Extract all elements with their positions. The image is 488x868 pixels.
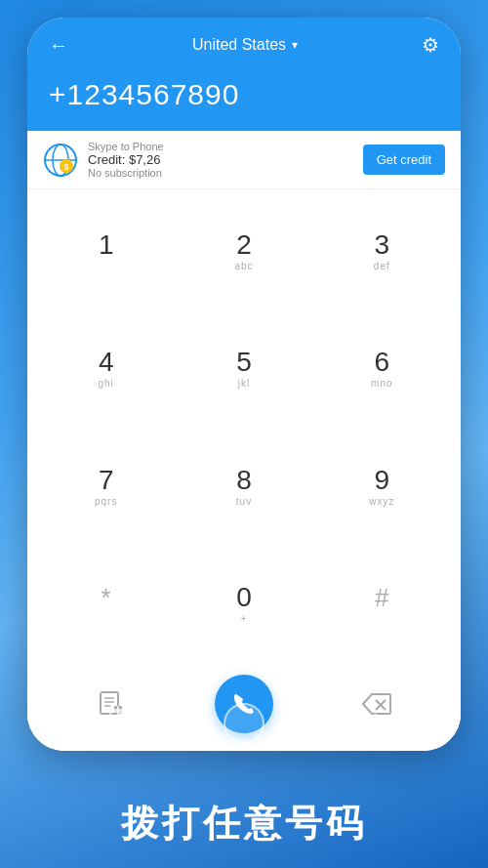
dial-key-sub: wxyz — [369, 496, 394, 509]
settings-icon[interactable]: ⚙ — [422, 33, 439, 57]
dial-key-sub: pqrs — [95, 496, 117, 509]
dial-key-sub: jkl — [238, 378, 250, 391]
dial-key-sub: ghi — [98, 378, 113, 391]
dial-key-main: 8 — [236, 466, 252, 496]
dial-key-hash[interactable]: # — [313, 546, 451, 663]
dial-key-1[interactable]: 1 — [37, 193, 175, 310]
svg-rect-15 — [110, 712, 122, 725]
dial-key-sub: mno — [371, 378, 392, 391]
dial-key-sub: abc — [234, 261, 253, 273]
dial-key-8[interactable]: 8tuv — [175, 429, 312, 546]
dial-key-0[interactable]: 0+ — [175, 546, 312, 663]
dial-key-main: 7 — [99, 466, 114, 496]
dial-key-main: 5 — [236, 348, 252, 378]
dial-key-main: 2 — [236, 230, 252, 261]
subscription-status: No subscription — [88, 167, 164, 179]
dial-key-main: 1 — [99, 230, 114, 261]
dial-key-4[interactable]: 4ghi — [37, 310, 175, 428]
dial-key-star[interactable]: * — [37, 546, 175, 663]
dial-key-2[interactable]: 2abc — [175, 193, 312, 310]
dial-key-9[interactable]: 9wxyz — [313, 429, 451, 546]
nav-title-container[interactable]: United States ▾ — [192, 36, 298, 54]
navigation-bar: ← United States ▾ ⚙ — [45, 18, 443, 64]
credit-text-block: Skype to Phone Credit: $7,26 No subscrip… — [88, 141, 164, 179]
dial-key-sub: + — [241, 613, 248, 626]
dial-key-main: 3 — [375, 230, 390, 261]
back-button[interactable]: ← — [49, 34, 68, 57]
back-hardware-button[interactable] — [361, 711, 383, 737]
dial-key-3[interactable]: 3def — [313, 193, 451, 310]
phone-number-display: +1234567890 — [45, 64, 443, 131]
dial-key-5[interactable]: 5jkl — [175, 310, 312, 428]
chevron-down-icon: ▾ — [292, 38, 298, 52]
dialpad-area: $ Skype to Phone Credit: $7,26 No subscr… — [27, 131, 461, 751]
recent-apps-button[interactable] — [105, 711, 127, 737]
dial-key-sub: tuv — [236, 496, 252, 509]
credit-amount: Credit: $7,26 — [88, 152, 164, 167]
dial-key-sub: def — [374, 261, 390, 273]
credit-info: $ Skype to Phone Credit: $7,26 No subscr… — [43, 141, 164, 179]
dial-key-main: # — [375, 584, 388, 612]
get-credit-button[interactable]: Get credit — [363, 145, 445, 175]
dial-key-main: 9 — [375, 466, 390, 496]
dial-key-main: * — [102, 584, 111, 612]
svg-text:$: $ — [63, 162, 68, 172]
home-button[interactable] — [224, 703, 264, 744]
phone-hardware-buttons — [27, 694, 461, 753]
phone-top-area: ← United States ▾ ⚙ +1234567890 — [27, 18, 461, 131]
country-title: United States — [192, 36, 286, 54]
dial-key-main: 6 — [375, 348, 390, 378]
dial-key-7[interactable]: 7pqrs — [37, 429, 175, 546]
skype-to-phone-label: Skype to Phone — [88, 141, 164, 152]
dial-key-6[interactable]: 6mno — [313, 310, 451, 428]
dial-key-main: 4 — [99, 348, 114, 378]
chinese-banner: 拨打任意号码 — [0, 799, 488, 848]
credit-bar: $ Skype to Phone Credit: $7,26 No subscr… — [27, 131, 461, 189]
dialpad-grid: 12abc3def4ghi5jkl6mno7pqrs8tuv9wxyz*0+# — [27, 189, 461, 667]
phone-frame: ← United States ▾ ⚙ +1234567890 $ — [27, 18, 461, 751]
skype-credit-icon: $ — [43, 143, 78, 178]
dial-key-main: 0 — [236, 583, 252, 613]
svg-rect-14 — [106, 716, 118, 729]
